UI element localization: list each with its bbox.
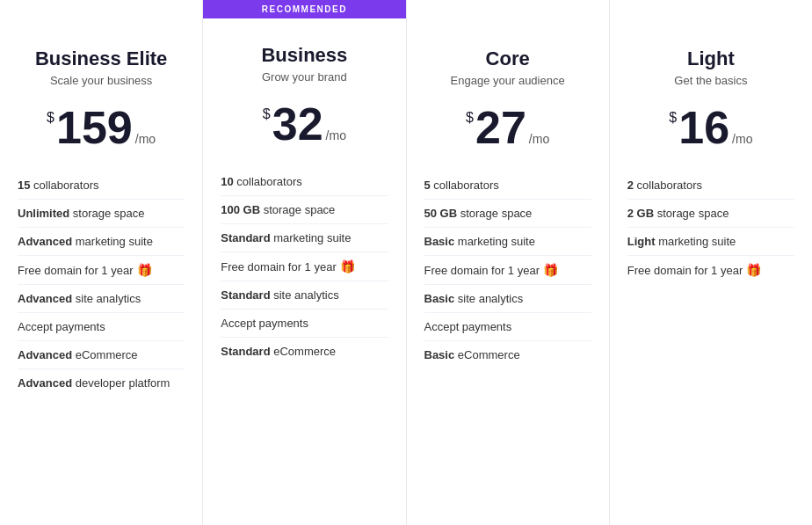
feature-item: Advanced site analytics [18, 285, 185, 313]
recommended-badge: RECOMMENDED [203, 0, 405, 18]
feature-text: Accept payments [18, 320, 105, 333]
feature-item: 2 collaborators [627, 171, 794, 200]
feature-bold: 50 GB [424, 207, 458, 220]
feature-bold: Basic [424, 235, 455, 248]
feature-item: 100 GB storage space [221, 196, 388, 224]
price-amount: 16 [678, 105, 729, 150]
feature-bold: 2 [627, 179, 634, 192]
gift-icon: 🎁 [340, 259, 355, 273]
feature-text: storage space [69, 207, 144, 220]
feature-text: Accept payments [221, 317, 308, 330]
feature-bold: 10 [221, 175, 233, 188]
feature-bold: 2 GB [627, 207, 654, 220]
feature-item: Free domain for 1 year🎁 [221, 252, 388, 281]
feature-bold: Advanced [18, 235, 72, 248]
feature-bold: Standard [221, 231, 270, 244]
feature-item: 10 collaborators [221, 168, 388, 196]
feature-item: Free domain for 1 year🎁 [424, 256, 591, 285]
price-amount: 32 [272, 101, 323, 147]
plan-price: $ 159 /mo [18, 105, 185, 150]
plan-name: Core [424, 47, 591, 70]
price-dollar: $ [263, 106, 271, 122]
feature-text: Free domain for 1 year [221, 260, 337, 273]
feature-text: Free domain for 1 year [18, 264, 134, 277]
feature-item: Accept payments [424, 313, 591, 341]
feature-item: 5 collaborators [424, 171, 591, 200]
price-amount: 27 [475, 105, 526, 150]
feature-text: marketing suite [271, 231, 352, 244]
feature-item: Basic eCommerce [424, 341, 591, 368]
plan-price: $ 16 /mo [627, 105, 794, 150]
feature-text: eCommerce [271, 345, 336, 358]
feature-bold: Light [627, 235, 656, 248]
feature-bold: 5 [424, 179, 431, 192]
feature-text: site analytics [72, 292, 141, 305]
feature-item: Advanced developer platform [18, 369, 185, 397]
price-dollar: $ [669, 110, 677, 126]
feature-text: Free domain for 1 year [424, 264, 540, 277]
features-list: 10 collaborators100 GB storage spaceStan… [221, 168, 388, 365]
feature-item: Basic marketing suite [424, 228, 591, 256]
price-dollar: $ [466, 110, 474, 126]
plan-name: Business [221, 44, 388, 67]
features-list: 5 collaborators50 GB storage spaceBasic … [424, 171, 591, 368]
plan-card-business-elite: Business EliteScale your business $ 159 … [0, 0, 203, 525]
gift-icon: 🎁 [543, 263, 558, 277]
feature-text: storage space [654, 207, 729, 220]
feature-bold: Standard [221, 288, 270, 302]
feature-text: marketing suite [656, 235, 736, 248]
price-period: /mo [732, 132, 752, 146]
plan-name: Business Elite [18, 47, 185, 70]
feature-text: storage space [457, 207, 532, 220]
plan-name: Light [627, 47, 794, 70]
feature-item: Standard site analytics [221, 281, 388, 310]
feature-text: eCommerce [72, 348, 137, 361]
price-amount: 159 [56, 105, 133, 150]
plan-card-core: CoreEngage your audience $ 27 /mo 5 coll… [407, 0, 610, 525]
feature-item: 15 collaborators [18, 171, 185, 200]
plan-tagline: Get the basics [627, 74, 794, 87]
feature-bold: Advanced [18, 292, 72, 305]
feature-bold: Unlimited [18, 207, 69, 220]
feature-item: Light marketing suite [627, 228, 794, 256]
feature-text: collaborators [234, 175, 302, 188]
feature-text: collaborators [431, 179, 499, 192]
feature-item: Free domain for 1 year🎁 [18, 256, 185, 285]
feature-text: eCommerce [454, 348, 519, 361]
feature-item: Accept payments [18, 313, 185, 341]
feature-text: collaborators [30, 179, 98, 192]
feature-item: Free domain for 1 year🎁 [627, 256, 794, 284]
gift-icon: 🎁 [137, 263, 152, 277]
feature-bold: Advanced [18, 376, 72, 390]
price-period: /mo [326, 128, 346, 142]
feature-item: Advanced eCommerce [18, 341, 185, 369]
feature-bold: Standard [221, 345, 270, 358]
plan-card-light: LightGet the basics $ 16 /mo 2 collabora… [610, 0, 812, 525]
plan-tagline: Grow your brand [221, 70, 388, 84]
feature-item: Standard marketing suite [221, 224, 388, 252]
feature-item: Unlimited storage space [18, 200, 185, 228]
plan-card-business: RECOMMENDEDBusinessGrow your brand $ 32 … [203, 0, 406, 525]
plan-tagline: Engage your audience [424, 74, 591, 87]
feature-item: Accept payments [221, 310, 388, 338]
feature-item: Advanced marketing suite [18, 228, 185, 256]
feature-text: storage space [260, 203, 335, 216]
feature-text: Accept payments [424, 320, 512, 333]
feature-text: developer platform [72, 376, 170, 390]
feature-text: collaborators [634, 179, 702, 192]
feature-text: site analytics [271, 288, 339, 302]
pricing-container: Business EliteScale your business $ 159 … [0, 0, 812, 525]
price-period: /mo [529, 132, 549, 146]
feature-text: Free domain for 1 year [627, 264, 743, 277]
feature-bold: 100 GB [221, 203, 260, 216]
feature-text: site analytics [454, 292, 523, 305]
feature-text: marketing suite [454, 235, 535, 248]
feature-item: Basic site analytics [424, 285, 591, 313]
price-period: /mo [135, 132, 156, 146]
price-dollar: $ [47, 110, 54, 126]
feature-item: Standard eCommerce [221, 338, 388, 365]
plan-tagline: Scale your business [18, 74, 185, 87]
feature-text: marketing suite [72, 235, 153, 248]
features-list: 2 collaborators2 GB storage spaceLight m… [627, 171, 794, 284]
feature-bold: Basic [424, 348, 455, 361]
